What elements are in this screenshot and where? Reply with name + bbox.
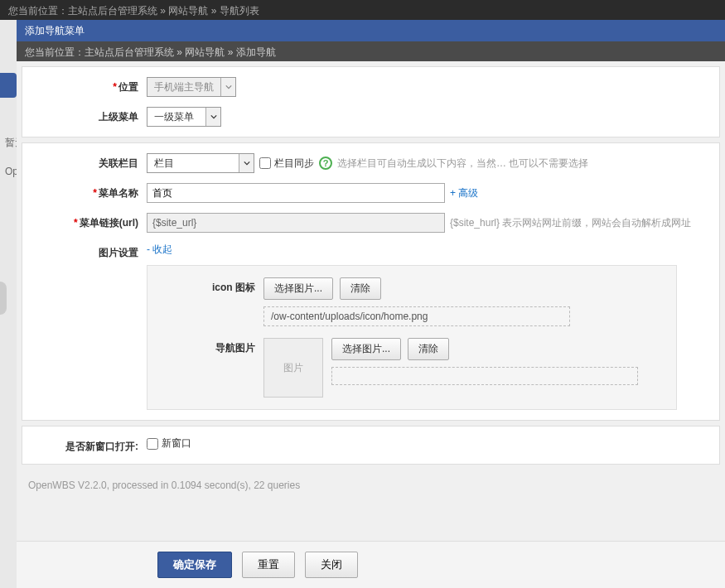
btn-clear-nav-img[interactable]: 清除 bbox=[408, 338, 449, 360]
label-category: 关联栏目 bbox=[99, 157, 138, 169]
panel-details: 关联栏目 栏目 栏目同步 ? 选择栏目可自动生成以下内容，当然… 也可以不需要选… bbox=[22, 142, 720, 421]
breadcrumb-item[interactable]: 主站点后台管理系统 bbox=[68, 5, 157, 17]
btn-close[interactable]: 关闭 bbox=[305, 552, 358, 578]
checkbox-new-window[interactable]: 新窗口 bbox=[147, 436, 191, 451]
link-collapse-img[interactable]: - 收起 bbox=[147, 243, 172, 257]
checkbox-sync[interactable]: 栏目同步 bbox=[259, 157, 314, 171]
select-category[interactable]: 栏目 bbox=[147, 153, 254, 173]
icon-path-display: /ow-content/uploads/icon/home.png bbox=[263, 306, 570, 326]
modal-title: 添加导航菜单 bbox=[17, 20, 725, 41]
chevron-down-icon bbox=[220, 78, 235, 96]
label-new-window: 是否新窗口打开: bbox=[65, 441, 138, 452]
label-nav-img: 导航图片 bbox=[156, 338, 263, 355]
select-parent-menu[interactable]: 一级菜单 bbox=[147, 107, 221, 127]
nav-img-preview: 图片 bbox=[263, 338, 323, 398]
btn-choose-nav-img[interactable]: 选择图片... bbox=[331, 338, 401, 360]
breadcrumb-prefix: 您当前位置： bbox=[8, 5, 68, 17]
btn-clear-icon[interactable]: 清除 bbox=[340, 277, 381, 300]
breadcrumb-item: 导航列表 bbox=[220, 5, 259, 17]
chevron-down-icon bbox=[239, 154, 254, 172]
select-position[interactable]: 手机端主导航 bbox=[147, 77, 236, 97]
modal-body: *位置 手机端主导航 上级菜单 一级菜单 bbox=[17, 61, 725, 541]
label-menu-name: 菜单名称 bbox=[99, 187, 138, 199]
collapse-handle[interactable] bbox=[0, 282, 7, 315]
label-menu-link: 菜单链接(url) bbox=[80, 217, 138, 229]
link-advanced[interactable]: + 高级 bbox=[450, 186, 478, 200]
nav-img-path-display bbox=[331, 367, 638, 385]
label-img-settings: 图片设置 bbox=[99, 247, 138, 258]
side-tab[interactable] bbox=[0, 73, 17, 98]
panel-window: 是否新窗口打开: 新窗口 bbox=[22, 426, 720, 465]
footer-info: OpenWBS V2.2.0, processed in 0.1094 seco… bbox=[22, 470, 720, 501]
breadcrumb-item[interactable]: 主站点后台管理系统 bbox=[85, 46, 174, 58]
label-icon: icon 图标 bbox=[156, 277, 263, 295]
btn-reset[interactable]: 重置 bbox=[242, 552, 295, 578]
img-settings-box: icon 图标 选择图片... 清除 /ow-content/uploads/i… bbox=[147, 265, 677, 410]
hint-category: 选择栏目可自动生成以下内容，当然… 也可以不需要选择 bbox=[337, 157, 588, 171]
help-icon[interactable]: ? bbox=[319, 157, 332, 170]
modal-add-nav: 添加导航菜单 您当前位置：主站点后台管理系统 » 网站导航 » 添加导航 *位置… bbox=[17, 20, 725, 588]
input-menu-name[interactable] bbox=[147, 183, 445, 203]
breadcrumb-item: 添加导航 bbox=[236, 46, 276, 58]
btn-submit[interactable]: 确定保存 bbox=[157, 552, 232, 578]
input-menu-link[interactable] bbox=[147, 213, 445, 233]
breadcrumb-item[interactable]: 网站导航 bbox=[185, 46, 225, 58]
checkbox-new-window-input[interactable] bbox=[147, 438, 158, 450]
label-position: 位置 bbox=[118, 81, 138, 93]
breadcrumb-item[interactable]: 网站导航 bbox=[168, 5, 208, 17]
btn-choose-icon[interactable]: 选择图片... bbox=[263, 277, 333, 300]
modal-breadcrumb: 您当前位置：主站点后台管理系统 » 网站导航 » 添加导航 bbox=[17, 41, 725, 61]
hint-menu-link: {$site_hurl} 表示网站网址前缀，网站会自动解析成网址 bbox=[450, 216, 691, 230]
modal-footer: 确定保存 重置 关闭 bbox=[17, 541, 725, 588]
panel-basic: *位置 手机端主导航 上级菜单 一级菜单 bbox=[22, 66, 720, 137]
page-breadcrumb: 您当前位置：主站点后台管理系统 » 网站导航 » 导航列表 bbox=[0, 0, 725, 20]
chevron-down-icon bbox=[205, 108, 220, 126]
label-parent-menu: 上级菜单 bbox=[99, 111, 138, 123]
checkbox-sync-input[interactable] bbox=[259, 157, 271, 169]
